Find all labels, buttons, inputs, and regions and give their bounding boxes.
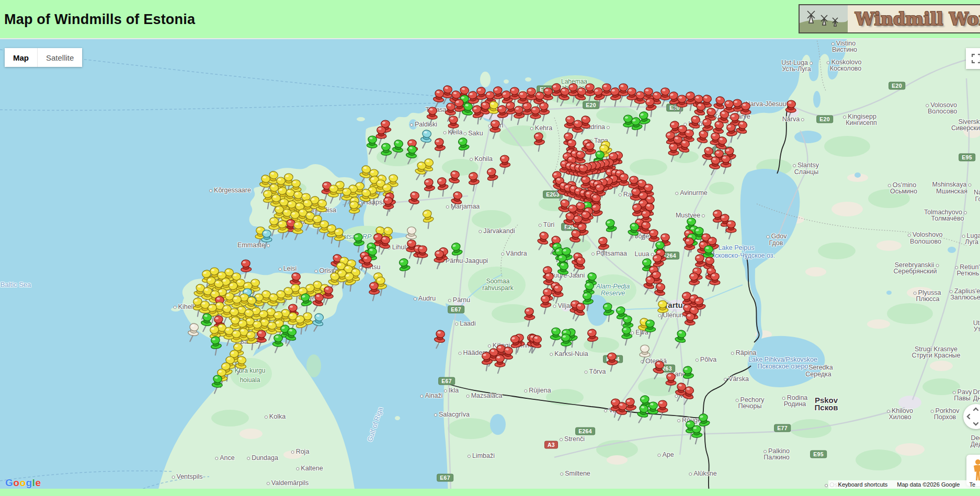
map-pin[interactable] bbox=[653, 283, 666, 302]
map-pin[interactable] bbox=[691, 425, 702, 444]
map-pin[interactable] bbox=[362, 256, 372, 274]
map-pin[interactable] bbox=[368, 282, 380, 301]
map-pin[interactable] bbox=[391, 140, 404, 159]
map-pin[interactable] bbox=[533, 132, 546, 152]
map-pin[interactable] bbox=[490, 120, 500, 139]
map-pin[interactable] bbox=[432, 89, 445, 109]
map-pin[interactable] bbox=[634, 91, 645, 110]
map-canvas[interactable]: TallinnTartuPskovПсковNarvaTabasaluPaldi… bbox=[0, 39, 980, 489]
map-pin[interactable] bbox=[668, 143, 679, 162]
map-pin[interactable] bbox=[536, 231, 550, 251]
map-pin[interactable] bbox=[499, 155, 510, 174]
map-pin[interactable] bbox=[540, 295, 551, 314]
map-pin[interactable] bbox=[405, 145, 418, 165]
map-pin[interactable] bbox=[688, 272, 700, 291]
map-pin[interactable] bbox=[292, 221, 303, 240]
map-pin[interactable] bbox=[450, 242, 464, 262]
satellite-button[interactable]: Satellite bbox=[37, 48, 82, 67]
map-pin[interactable] bbox=[674, 383, 687, 402]
map-pin[interactable] bbox=[426, 107, 438, 125]
map-pin[interactable] bbox=[584, 142, 597, 161]
map-pin[interactable] bbox=[560, 333, 572, 352]
map-pin[interactable] bbox=[601, 84, 612, 102]
map-pin[interactable] bbox=[740, 102, 751, 121]
map-pin[interactable] bbox=[619, 174, 629, 192]
map-pin[interactable] bbox=[553, 285, 563, 303]
map-pin[interactable] bbox=[605, 218, 619, 238]
map-pin[interactable] bbox=[421, 209, 436, 229]
map-pin[interactable] bbox=[652, 360, 666, 380]
map-pin[interactable] bbox=[468, 172, 481, 191]
map-pin[interactable] bbox=[240, 259, 252, 278]
map-pin[interactable] bbox=[434, 250, 445, 269]
map-pin[interactable] bbox=[436, 177, 450, 197]
map-pin[interactable] bbox=[647, 401, 658, 420]
map-pin[interactable] bbox=[448, 170, 461, 190]
map-pin[interactable] bbox=[417, 246, 428, 264]
pan-rotate-control[interactable] bbox=[963, 404, 980, 429]
map-pin[interactable] bbox=[448, 116, 459, 134]
map-pin[interactable] bbox=[272, 334, 283, 353]
map-pin[interactable] bbox=[530, 107, 541, 125]
map-pin[interactable] bbox=[606, 352, 618, 371]
map-pin[interactable] bbox=[538, 102, 550, 121]
map-button[interactable]: Map bbox=[5, 48, 37, 67]
map-pin[interactable] bbox=[602, 302, 616, 322]
map-pin[interactable] bbox=[419, 130, 432, 149]
map-pin[interactable] bbox=[696, 130, 710, 149]
map-pin[interactable] bbox=[513, 106, 525, 124]
map-pin[interactable] bbox=[674, 329, 688, 349]
map-pin[interactable] bbox=[210, 336, 223, 355]
map-pin[interactable] bbox=[677, 95, 687, 113]
map-pin[interactable] bbox=[486, 167, 500, 187]
map-pin[interactable] bbox=[495, 355, 505, 373]
map-pin[interactable] bbox=[407, 191, 420, 211]
map-pin[interactable] bbox=[376, 126, 386, 145]
map-pin[interactable] bbox=[450, 191, 464, 211]
map-pin[interactable] bbox=[261, 230, 272, 248]
map-pin[interactable] bbox=[725, 123, 738, 143]
windmill-world-banner[interactable]: Windmill World bbox=[799, 4, 980, 33]
map-pin[interactable] bbox=[311, 313, 325, 332]
terms-link[interactable]: Te bbox=[964, 481, 980, 488]
map-pin[interactable] bbox=[666, 373, 676, 391]
keyboard-shortcuts-link[interactable]: Keyboard shortcuts bbox=[834, 481, 893, 488]
map-pin[interactable] bbox=[642, 275, 656, 295]
map-pin[interactable] bbox=[657, 400, 668, 419]
map-pin[interactable] bbox=[597, 237, 610, 256]
map-pin[interactable] bbox=[211, 375, 223, 394]
google-logo[interactable]: Google bbox=[5, 477, 41, 489]
map-pin[interactable] bbox=[457, 137, 471, 157]
map-pin[interactable] bbox=[523, 307, 535, 326]
map-pin[interactable] bbox=[434, 138, 447, 157]
map-pin[interactable] bbox=[414, 161, 428, 181]
map-pin[interactable] bbox=[382, 197, 394, 215]
map-pin[interactable] bbox=[302, 313, 313, 331]
map-pin[interactable] bbox=[636, 404, 650, 424]
map-pin[interactable] bbox=[726, 221, 736, 239]
map-pin[interactable] bbox=[572, 120, 583, 139]
map-pin[interactable] bbox=[621, 326, 632, 345]
map-pin[interactable] bbox=[568, 229, 582, 249]
map-pin[interactable] bbox=[352, 233, 366, 252]
map-pin[interactable] bbox=[366, 135, 378, 154]
map-pin[interactable] bbox=[640, 345, 650, 363]
map-pin[interactable] bbox=[423, 178, 436, 198]
map-pin[interactable] bbox=[333, 228, 346, 247]
map-pin[interactable] bbox=[550, 327, 561, 346]
map-pin[interactable] bbox=[785, 100, 796, 119]
map-pin[interactable] bbox=[562, 212, 576, 232]
map-pin[interactable] bbox=[683, 237, 695, 256]
map-pin[interactable] bbox=[684, 313, 696, 331]
map-pin[interactable] bbox=[657, 300, 668, 319]
map-pin[interactable] bbox=[586, 329, 599, 348]
map-pin[interactable] bbox=[187, 323, 200, 342]
map-pin[interactable] bbox=[433, 330, 446, 349]
map-pin[interactable] bbox=[682, 366, 695, 385]
map-pin[interactable] bbox=[380, 143, 392, 162]
map-pin[interactable] bbox=[398, 258, 412, 278]
map-pin[interactable] bbox=[721, 155, 731, 174]
map-pin[interactable] bbox=[644, 319, 656, 338]
map-pin[interactable] bbox=[710, 273, 720, 291]
fullscreen-button[interactable] bbox=[966, 48, 980, 69]
